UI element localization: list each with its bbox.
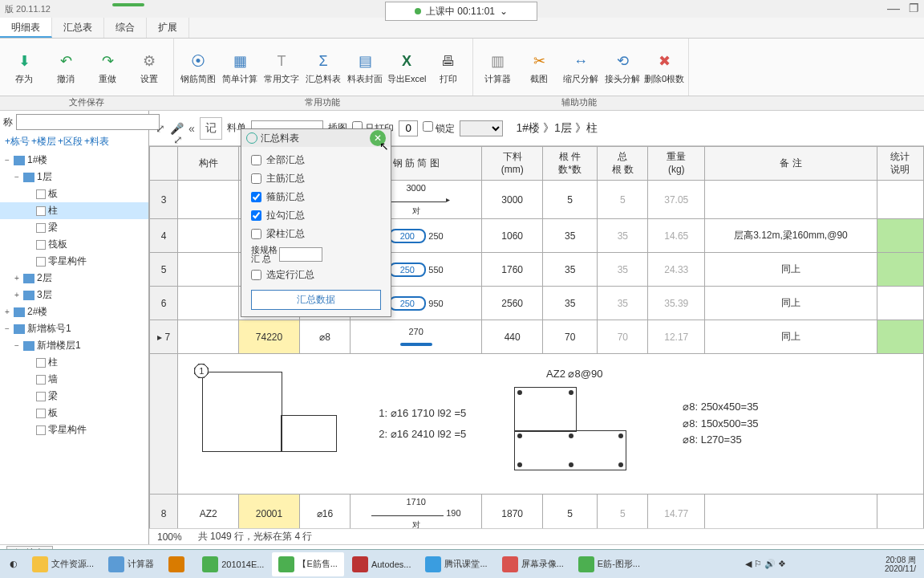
window-button[interactable]: ❐ <box>909 2 919 14</box>
rebar-shape-cell[interactable]: 270 <box>351 320 482 354</box>
cell[interactable]: 5 <box>598 495 648 529</box>
tree-item[interactable]: 梁 <box>0 219 148 236</box>
cell[interactable]: 37.05 <box>648 181 705 219</box>
row-num[interactable]: ▸ 7 <box>150 320 178 354</box>
row-num[interactable]: 5 <box>150 253 178 287</box>
taskbar-item[interactable] <box>162 552 194 576</box>
joint-split-button[interactable]: ⟲接头分解 <box>602 40 643 94</box>
settings-button[interactable]: ⚙设置 <box>128 40 170 94</box>
taskbar-clock[interactable]: 20:08 周2020/11/ <box>885 556 921 573</box>
row-num[interactable]: 4 <box>150 219 178 253</box>
popup-option[interactable]: 全部汇总 <box>251 153 381 167</box>
export-excel-button[interactable]: X导出Excel <box>386 40 428 94</box>
sidebar-tag[interactable]: +料表 <box>84 136 109 147</box>
popup-option[interactable]: 箍筋汇总 <box>251 190 381 204</box>
cell[interactable]: 3000 <box>482 181 543 219</box>
sidebar-tag[interactable]: +楼层 <box>31 136 56 147</box>
cell[interactable]: 同上 <box>705 253 877 287</box>
col-header[interactable]: 构件 <box>178 147 239 181</box>
cell[interactable]: ⌀16 <box>299 495 350 529</box>
cell[interactable]: 35 <box>543 253 598 287</box>
expand-down-icon[interactable]: ⤢ <box>173 133 183 146</box>
lock-select[interactable] <box>460 120 503 136</box>
delete-zero-button[interactable]: ✖删除0根数 <box>643 40 685 94</box>
zoom-level[interactable]: 100% <box>157 531 182 543</box>
cell[interactable]: 35 <box>543 219 598 253</box>
cell[interactable] <box>877 287 923 320</box>
cell[interactable]: 74220 <box>239 320 300 354</box>
popup-option[interactable]: 拉勾汇总 <box>251 209 381 222</box>
tree-item[interactable]: 零星构件 <box>0 421 148 438</box>
taskbar-item[interactable]: E筋-图形... <box>572 552 646 576</box>
taskbar-item[interactable]: 计算器 <box>102 552 160 576</box>
cell[interactable]: 同上 <box>705 320 877 354</box>
cell[interactable]: 14.77 <box>648 495 705 529</box>
redo-button[interactable]: ↷重做 <box>87 40 128 94</box>
tree-item[interactable]: −1#楼 <box>0 152 148 169</box>
cell[interactable] <box>705 495 877 529</box>
tree-item[interactable]: −1层 <box>0 169 148 185</box>
screenshot-button[interactable]: ✂截图 <box>518 40 560 94</box>
cell[interactable] <box>877 181 923 219</box>
cell[interactable]: 5 <box>543 495 598 529</box>
cell[interactable]: 24.33 <box>648 253 705 287</box>
common-text-button[interactable]: T常用文字 <box>261 40 302 94</box>
sidebar-tag[interactable]: +区段 <box>58 136 83 147</box>
cell[interactable]: ⌀8 <box>299 320 350 354</box>
cell[interactable]: 70 <box>598 320 648 354</box>
col-header[interactable]: 下料(mm) <box>482 147 543 181</box>
col-header[interactable]: 根 件数*数 <box>543 147 598 181</box>
popup-option[interactable]: 选定行汇总 <box>251 268 381 282</box>
class-status-badge[interactable]: 上课中 00:11:01 ⌄ <box>385 2 537 21</box>
cell[interactable]: 35 <box>598 287 648 320</box>
cell[interactable] <box>178 181 239 219</box>
cell[interactable]: 2560 <box>482 287 543 320</box>
cell[interactable] <box>178 253 239 287</box>
save-button[interactable]: ⬇存为 <box>3 40 45 94</box>
collapse-left-icon[interactable]: « <box>188 122 195 135</box>
cell[interactable]: 1870 <box>482 495 543 529</box>
cell[interactable]: 35 <box>598 253 648 287</box>
cell[interactable]: 35 <box>598 219 648 253</box>
tree-item[interactable]: −新增楼层1 <box>0 337 148 354</box>
system-tray[interactable]: ◀ ⚐ 🔊 ❖ <box>745 559 786 569</box>
start-button[interactable]: ◐ <box>3 552 24 576</box>
lock-check[interactable]: 锁定 <box>423 121 455 136</box>
cell[interactable]: 1760 <box>482 253 543 287</box>
tree-item[interactable]: 柱 <box>0 202 148 219</box>
row-num[interactable]: 8 <box>150 495 178 529</box>
col-header[interactable]: 备 注 <box>705 147 877 181</box>
tree-item[interactable]: +2#楼 <box>0 303 148 320</box>
cell[interactable]: 35.39 <box>648 287 705 320</box>
col-header[interactable]: 统计说明 <box>877 147 923 181</box>
tree-item[interactable]: 板 <box>0 185 148 202</box>
tree-item[interactable]: 板 <box>0 405 148 421</box>
cell[interactable]: 12.17 <box>648 320 705 354</box>
tree-item[interactable]: +3层 <box>0 287 148 303</box>
cell[interactable]: 440 <box>482 320 543 354</box>
cell[interactable] <box>877 219 923 253</box>
print-button[interactable]: 🖶打印 <box>428 40 469 94</box>
cell[interactable]: 35 <box>543 287 598 320</box>
taskbar-item[interactable]: 屏幕录像... <box>496 552 570 576</box>
cell[interactable]: 5 <box>598 181 648 219</box>
cell[interactable] <box>178 320 239 354</box>
calculator-button[interactable]: ▥计算器 <box>476 40 518 94</box>
only-print-value[interactable] <box>399 120 418 136</box>
popup-option[interactable]: 主筋汇总 <box>251 172 381 185</box>
tab-0[interactable]: 明细表 <box>0 18 52 38</box>
note-button[interactable]: 记 <box>200 117 222 140</box>
tree-item[interactable]: 零星构件 <box>0 253 148 270</box>
cell[interactable]: 14.65 <box>648 219 705 253</box>
tree-item[interactable]: 柱 <box>0 354 148 371</box>
tree-item[interactable]: 筏板 <box>0 236 148 253</box>
tree-item[interactable]: 墙 <box>0 371 148 388</box>
rebar-diagram-button[interactable]: ⦿钢筋简图 <box>177 40 219 94</box>
simple-calc-button[interactable]: ▦简单计算 <box>219 40 261 94</box>
popup-close-button[interactable]: ✕↖ <box>370 130 386 146</box>
taskbar-item[interactable]: 文件资源... <box>26 552 100 576</box>
row-num[interactable]: 6 <box>150 287 178 320</box>
undo-button[interactable]: ↶撤消 <box>45 40 87 94</box>
cell[interactable]: 20001 <box>239 495 300 529</box>
summary-table-button[interactable]: Σ汇总料表 <box>302 40 344 94</box>
